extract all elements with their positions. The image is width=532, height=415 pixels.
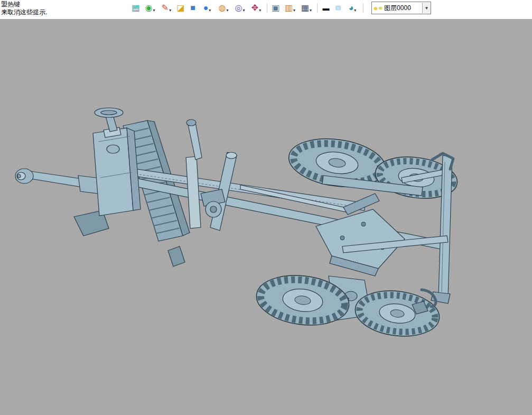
front-axle-assembly[interactable] — [15, 169, 109, 236]
line-width-glyph: ▬ — [323, 5, 330, 12]
toolbar-icons: ▤ ◉▾ ✎▾ ◪ ■ ●▾ ◍▾ ◎▾ ✥▾ ▣ ▥▾ ▦▾ ▬ ■ ◕▾ ●… — [130, 2, 431, 14]
import-icon[interactable]: ▤ — [130, 2, 142, 14]
grid-ruler-icon[interactable]: ▥▾ — [282, 2, 298, 14]
color-swatch-glyph: ■ — [335, 4, 341, 12]
toolbar-separator — [267, 3, 267, 13]
viewport-window-icon[interactable]: ▣ — [270, 2, 282, 14]
layer-color-icon: ● — [379, 4, 382, 12]
chevron-down-icon[interactable]: ▾ — [293, 8, 295, 14]
color-swatch-icon[interactable]: ■ — [332, 2, 344, 14]
pencil-glyph: ✎ — [162, 4, 169, 12]
grid-glyph: ▥ — [285, 4, 293, 12]
chevron-down-icon[interactable]: ▾ — [169, 8, 171, 14]
display-monitor-icon[interactable]: ▦▾ — [298, 2, 314, 14]
wireframe-sphere-icon[interactable]: ◍▾ — [216, 2, 231, 14]
solid-cube-icon[interactable]: ■ — [187, 2, 199, 14]
chevron-down-icon[interactable]: ▾ — [242, 8, 245, 14]
chevron-down-icon[interactable]: ▾ — [354, 8, 356, 14]
surface-icon[interactable]: ◪ — [175, 2, 186, 14]
layer-current-name: 图层0000 — [384, 4, 420, 13]
viewport-glyph: ▣ — [272, 4, 279, 12]
visibility-lens-icon[interactable]: ◕▾ — [344, 2, 360, 14]
line-width-icon[interactable]: ▬ — [320, 2, 332, 14]
front-bracket[interactable] — [168, 246, 185, 266]
layer-select[interactable]: ● ● 图层0000 ▼ — [371, 2, 431, 14]
hint-text: 盟热键 来取消这些提示. — [1, 1, 47, 16]
lift-cylinder-tower[interactable] — [186, 152, 237, 230]
chevron-down-icon[interactable]: ▾ — [310, 8, 312, 14]
layer-visibility-bulb-icon[interactable]: ● — [374, 4, 378, 12]
model-viewport-svg — [0, 19, 532, 415]
sphere-icon[interactable]: ●▾ — [199, 2, 215, 14]
chevron-down-icon[interactable]: ▾ — [153, 8, 155, 14]
pan-glyph: ✥ — [251, 4, 258, 12]
toolbar: 盟热键 来取消这些提示. ▤ ◉▾ ✎▾ ◪ ■ ●▾ ◍▾ ◎▾ ✥▾ ▣ ▥… — [0, 0, 532, 19]
material-glyph: ◉ — [145, 4, 153, 12]
sphere-glyph: ● — [203, 4, 209, 12]
chevron-down-icon[interactable]: ▾ — [209, 8, 211, 14]
chevron-down-icon[interactable]: ▾ — [226, 8, 228, 14]
zoom-icon[interactable]: ◎▾ — [232, 2, 248, 14]
exhaust-pipe[interactable] — [186, 119, 202, 160]
pencil-edit-icon[interactable]: ✎▾ — [158, 2, 174, 14]
hint-line-1: 盟热键 — [1, 1, 47, 8]
cad-application-window: 盟热键 来取消这些提示. ▤ ◉▾ ✎▾ ◪ ■ ●▾ ◍▾ ◎▾ ✥▾ ▣ ▥… — [0, 0, 532, 415]
zoom-glyph: ◎ — [235, 4, 242, 12]
toolbar-separator — [363, 3, 363, 13]
pan-move-icon[interactable]: ✥▾ — [248, 2, 264, 14]
layer-dropdown-arrow-icon[interactable]: ▼ — [422, 3, 431, 13]
cube-glyph: ■ — [190, 4, 195, 12]
import-glyph: ▤ — [132, 4, 139, 12]
surface-glyph: ◪ — [176, 4, 184, 12]
operator-platform-body[interactable] — [93, 127, 141, 216]
lens-glyph: ◕ — [349, 4, 354, 12]
wireframe-sphere-glyph: ◍ — [219, 4, 226, 12]
chevron-down-icon[interactable]: ▾ — [259, 8, 261, 14]
material-icon[interactable]: ◉▾ — [142, 2, 158, 14]
hint-line-2: 来取消这些提示. — [1, 8, 47, 16]
viewport-canvas[interactable] — [0, 19, 532, 415]
monitor-glyph: ▦ — [301, 4, 309, 12]
toolbar-separator — [317, 3, 318, 13]
